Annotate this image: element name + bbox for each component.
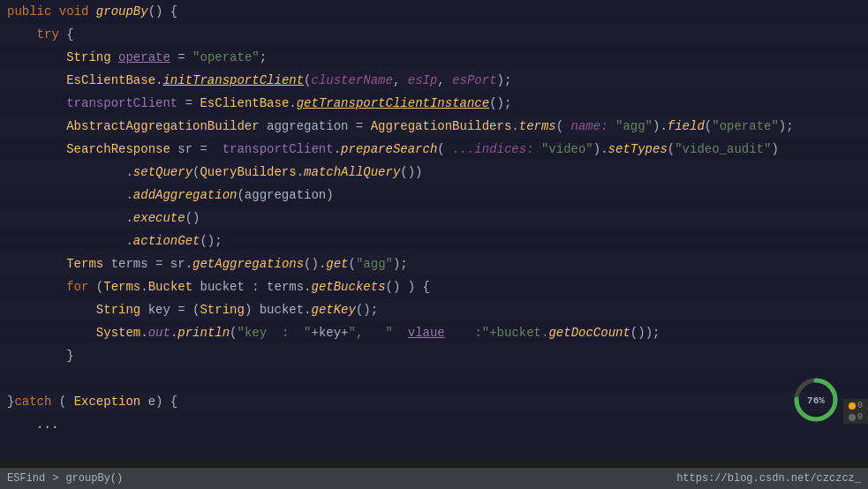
code-line-3: String operate = "operate" ; [0,46,868,69]
code-line-15: System . out . println ( "key : " +key+ … [0,321,868,344]
svg-text:76%: 76% [807,395,825,406]
code-line-10: . execute () [0,207,868,229]
progress-circle-container: 76% [792,376,840,424]
status-right: https://blog.csdn.net/czczcz_ [676,472,861,485]
code-line-13: for ( Terms . Bucket bucket : terms. get… [0,275,868,298]
indicator-row-1: 0 [849,401,863,410]
code-line-11: . actionGet (); [0,229,868,252]
code-line-7: SearchResponse sr = transportClient . pr… [0,138,868,161]
code-line-9: . addAggregation (aggregation) [0,184,868,207]
status-left: ESFind > groupBy() [7,472,123,485]
status-file: ESFind [7,472,45,485]
status-bar: ESFind > groupBy() https://blog.csdn.net… [0,468,868,489]
code-line-next: ... [0,413,868,436]
code-line-6: AbstractAggregationBuilder aggregation =… [0,115,868,138]
code-line-1: public void groupBy () { [0,0,868,23]
code-line-14: String key = ( String ) bucket. getKey (… [0,298,868,321]
code-line-5: transportClient = EsClientBase . getTran… [0,92,868,115]
code-line-12: Terms terms = sr. getAggregations (). ge… [0,252,868,275]
code-line-2: try { [0,23,868,46]
status-url: https://blog.csdn.net/czczcz_ [676,472,861,485]
side-indicators: 0 0 [843,399,868,424]
dot-orange [849,402,856,410]
code-line-catch: } catch ( Exception e) { [0,390,868,413]
indicator-row-2: 0 [849,412,863,422]
dot-gray [849,414,856,421]
code-line-blank [0,367,868,390]
code-editor: public void groupBy () { try { String op… [0,0,868,459]
code-line-8: . setQuery ( QueryBuilders . matchAllQue… [0,161,868,184]
code-line-16: } [0,344,868,367]
code-line-4: EsClientBase . initTransportClient ( clu… [0,69,868,92]
status-method: groupBy() [65,472,123,485]
status-separator: > [52,472,58,485]
progress-circle: 76% [792,376,840,424]
